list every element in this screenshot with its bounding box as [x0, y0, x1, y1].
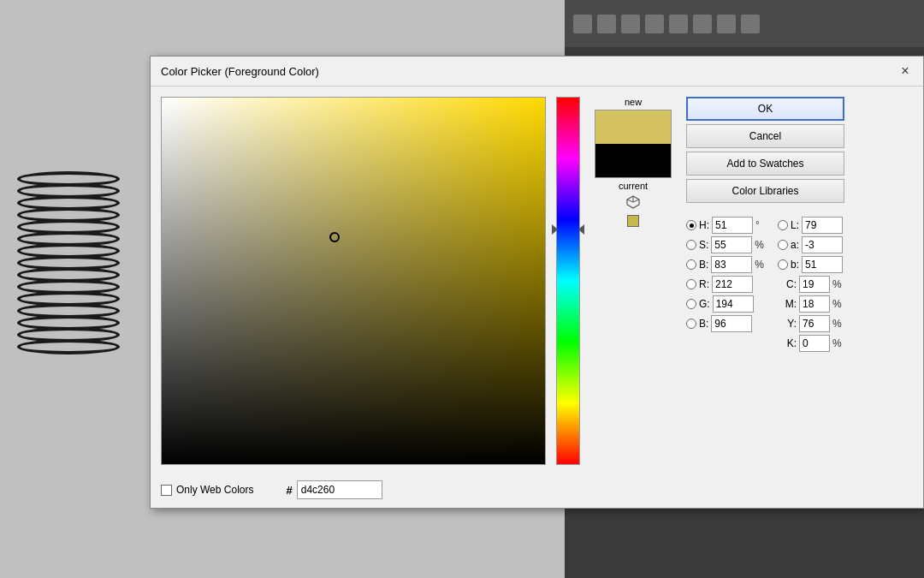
l-field-row: L: — [778, 217, 844, 234]
toolbar-icon-5 — [669, 15, 688, 33]
g-field-row: G: — [686, 295, 767, 313]
g-radio-label[interactable]: G: — [686, 298, 710, 310]
r-radio-label[interactable]: R: — [686, 278, 709, 290]
b2-label: B: — [699, 318, 708, 330]
lab-cmyk-fields: L: a: — [778, 217, 844, 352]
a-label: a: — [791, 239, 799, 251]
b-lab-radio[interactable] — [778, 259, 788, 270]
b-lab-label: b: — [791, 259, 799, 271]
toolbar-icon-2 — [597, 15, 616, 33]
s-field-row: S: % — [686, 236, 767, 253]
b-unit: % — [755, 259, 767, 271]
toolbar-icon-8 — [741, 15, 760, 33]
g-radio[interactable] — [686, 299, 696, 309]
m-input[interactable] — [799, 295, 830, 313]
y-input[interactable] — [799, 315, 830, 332]
s-radio-label[interactable]: S: — [686, 239, 708, 251]
right-panel: OK Cancel Add to Swatches Color Librarie… — [686, 97, 857, 465]
k-input[interactable] — [799, 335, 830, 352]
h-field-row: H: ° — [686, 217, 767, 234]
add-to-swatches-button[interactable]: Add to Swatches — [686, 152, 844, 176]
l-radio-label[interactable]: L: — [778, 219, 799, 231]
b-field-row: B: % — [686, 256, 767, 273]
svg-line-3 — [627, 200, 633, 202]
color-picker-dialog: Color Picker (Foreground Color) × new — [150, 56, 924, 509]
r-radio[interactable] — [686, 279, 696, 289]
hsb-rgb-fields: H: ° S: % — [686, 217, 767, 352]
h-unit: ° — [755, 219, 767, 231]
dialog-title: Color Picker (Foreground Color) — [161, 65, 319, 78]
new-label: new — [625, 97, 642, 107]
color-fields: H: ° S: % — [686, 217, 857, 352]
y-unit: % — [832, 318, 844, 330]
m-label: M: — [778, 298, 797, 310]
hue-arrow-left — [552, 224, 558, 235]
b2-input[interactable] — [711, 315, 752, 332]
h-radio-label[interactable]: H: — [686, 219, 709, 231]
hex-label: # — [286, 484, 292, 497]
k-unit: % — [832, 337, 844, 349]
l-label: L: — [791, 219, 799, 231]
only-web-colors-area: Only Web Colors — [161, 484, 253, 496]
h-radio[interactable] — [686, 220, 696, 230]
b2-radio[interactable] — [686, 319, 696, 329]
r-label: R: — [699, 278, 709, 290]
color-current-swatch — [595, 144, 671, 177]
h-input[interactable] — [712, 217, 753, 234]
a-field-row: a: — [778, 236, 844, 253]
s-label: S: — [699, 239, 708, 251]
hue-slider-container[interactable] — [556, 97, 580, 465]
c-label: C: — [778, 278, 797, 290]
ok-button[interactable]: OK — [686, 97, 844, 121]
cancel-button[interactable]: Cancel — [686, 124, 844, 148]
hex-area: # — [286, 480, 382, 499]
hex-input[interactable] — [297, 480, 382, 499]
y-field-row: Y: % — [778, 315, 844, 332]
cable-decoration — [0, 171, 145, 514]
a-radio[interactable] — [778, 240, 788, 250]
gradient-canvas[interactable] — [162, 98, 545, 464]
g-input[interactable] — [713, 295, 754, 313]
l-input[interactable] — [802, 217, 843, 234]
b-radio-label[interactable]: B: — [686, 259, 708, 271]
k-field-row: K: % — [778, 335, 844, 352]
b2-radio-label[interactable]: B: — [686, 318, 708, 330]
color-preview-box — [595, 110, 672, 178]
color-new-swatch — [595, 110, 671, 144]
a-radio-label[interactable]: a: — [778, 239, 799, 251]
s-unit: % — [755, 239, 767, 251]
c-input[interactable] — [799, 276, 830, 293]
button-group: OK Cancel Add to Swatches Color Librarie… — [686, 97, 857, 203]
g-label: G: — [699, 298, 710, 310]
hue-slider[interactable] — [557, 98, 579, 464]
m-field-row: M: % — [778, 295, 844, 313]
toolbar-icon-1 — [573, 15, 592, 33]
color-gradient-picker[interactable] — [161, 97, 546, 465]
b-lab-field-row: b: — [778, 256, 844, 273]
dialog-content: new current OK Cancel Ad — [151, 86, 923, 475]
dialog-titlebar: Color Picker (Foreground Color) × — [151, 57, 923, 86]
only-web-colors-checkbox[interactable] — [161, 485, 172, 496]
cube-icon[interactable] — [625, 194, 641, 212]
b2-field-row: B: — [686, 315, 767, 332]
color-preview-area: new current — [590, 97, 676, 465]
hue-arrow-right — [578, 224, 584, 235]
s-input[interactable] — [711, 236, 752, 253]
c-unit: % — [832, 278, 844, 290]
a-input[interactable] — [802, 236, 843, 253]
c-field-row: C: % — [778, 276, 844, 293]
m-unit: % — [832, 298, 844, 310]
b-radio[interactable] — [686, 259, 696, 270]
b-lab-radio-label[interactable]: b: — [778, 259, 799, 271]
h-label: H: — [699, 219, 709, 231]
color-libraries-button[interactable]: Color Libraries — [686, 179, 844, 203]
toolbar-icon-6 — [693, 15, 712, 33]
swatch-small-icon[interactable] — [627, 215, 639, 227]
toolbar-icon-3 — [621, 15, 640, 33]
b-lab-input[interactable] — [802, 256, 843, 273]
b-input[interactable] — [711, 256, 752, 273]
r-input[interactable] — [712, 276, 753, 293]
s-radio[interactable] — [686, 240, 696, 250]
close-button[interactable]: × — [897, 63, 913, 79]
l-radio[interactable] — [778, 220, 788, 230]
